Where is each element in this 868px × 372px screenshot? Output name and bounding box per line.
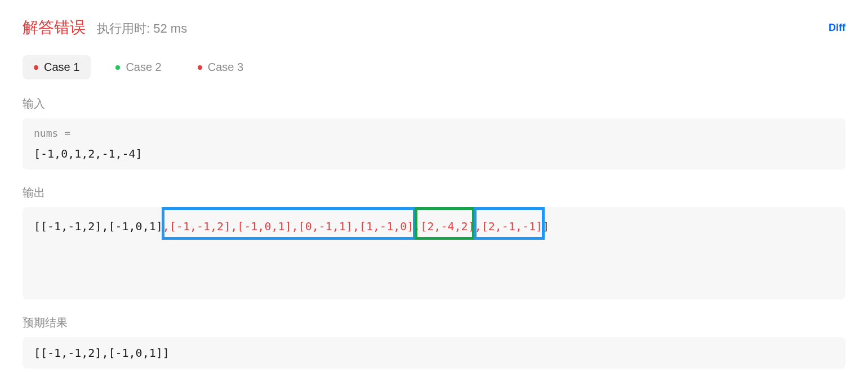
status-dot-icon <box>34 65 38 70</box>
output-box: [[-1,-1,2],[-1,0,1],[-1,-1,2],[-1,0,1],[… <box>23 207 845 299</box>
output-diff-segment-2: [2,-4,2] <box>420 219 474 233</box>
tab-label: Case 3 <box>208 61 243 74</box>
output-comma: , <box>413 219 420 233</box>
output-diff-segment-3: [2,-1,-1] <box>482 219 542 233</box>
status-dot-icon <box>115 65 120 70</box>
result-title: 解答错误 <box>23 17 86 38</box>
output-comma: , <box>475 219 482 233</box>
input-section-label: 输入 <box>23 96 845 111</box>
status-dot-icon <box>198 65 202 70</box>
output-section-label: 输出 <box>23 185 845 200</box>
expected-value: [[-1,-1,2],[-1,0,1]] <box>34 346 834 360</box>
result-header: 解答错误 执行用时: 52 ms Diff <box>23 17 845 38</box>
case-tabs: Case 1 Case 2 Case 3 <box>23 55 845 79</box>
input-box: nums = [-1,0,1,2,-1,-4] <box>23 118 845 169</box>
output-diff-segment-1: [-1,-1,2],[-1,0,1],[0,-1,1],[1,-1,0] <box>170 219 413 233</box>
input-value: [-1,0,1,2,-1,-4] <box>34 147 834 160</box>
tab-case-1[interactable]: Case 1 <box>23 55 91 79</box>
tab-case-3[interactable]: Case 3 <box>186 55 255 79</box>
expected-section-label: 预期结果 <box>23 315 845 330</box>
expected-box: [[-1,-1,2],[-1,0,1]] <box>23 337 845 369</box>
input-param-label: nums = <box>34 127 834 139</box>
tab-label: Case 2 <box>126 61 161 74</box>
tab-case-2[interactable]: Case 2 <box>104 55 172 79</box>
output-comma: , <box>163 219 170 233</box>
diff-link[interactable]: Diff <box>829 22 845 34</box>
runtime-text: 执行用时: 52 ms <box>97 20 187 37</box>
output-prefix: [[-1,-1,2],[-1,0,1] <box>34 219 163 233</box>
header-left: 解答错误 执行用时: 52 ms <box>23 17 187 38</box>
tab-label: Case 1 <box>44 61 79 74</box>
output-suffix: ] <box>542 219 549 233</box>
